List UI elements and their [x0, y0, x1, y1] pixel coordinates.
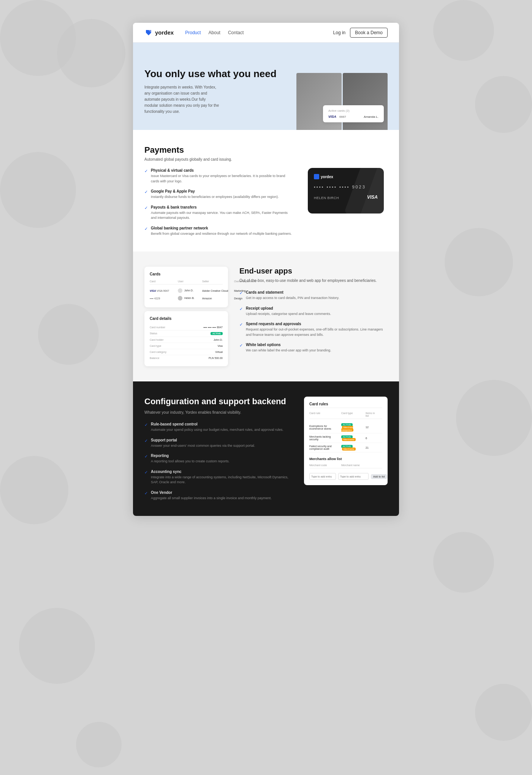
avatar-1: [178, 296, 182, 301]
active-cards-label: Active cards (2): [328, 109, 378, 112]
card-holder-name: HELEN BIRCH: [314, 196, 339, 200]
enduser-right: End-user apps Out-of-the-box, easy-to-us…: [239, 267, 388, 366]
enduser-feature-desc-0: Get in-app access to card details, PIN a…: [246, 296, 339, 301]
card-user-0: John D.: [178, 288, 201, 293]
detail-value-4: Virtual: [215, 351, 223, 353]
card-rules-header: Card rule Card type Items in list: [309, 412, 382, 419]
check-icon-0: ✓: [144, 169, 148, 174]
merchants-allow-section: Merchants allow list Merchant code Merch…: [309, 457, 382, 480]
detail-value-3: Visa: [218, 345, 223, 347]
enduser-section: Cards Card User Seller Owner/department …: [133, 251, 399, 381]
enduser-feature-0: ✓ Cards and statement Get in-app access …: [239, 290, 388, 301]
nav-link-about[interactable]: About: [209, 30, 220, 35]
nav-actions: Log in Book a Demo: [333, 28, 388, 38]
enduser-feature-2: ✓ Spend requests and approvals Request a…: [239, 322, 388, 337]
detail-value-2: John D.: [214, 338, 223, 341]
card-rules-widget: Card rules Card rule Card type Items in …: [304, 397, 388, 485]
detail-label-5: Balance: [150, 357, 159, 359]
cards-table-row-0: VISA VISA 9047 John D. Adobe Creative Cl…: [150, 287, 223, 294]
merchants-input-row: Add to list: [309, 471, 382, 480]
detail-label-4: Card category: [150, 351, 166, 353]
check-icon-e1: ✓: [239, 307, 243, 312]
config-feature-desc-2: A reporting tool allows you to create cu…: [151, 459, 230, 464]
check-icon-c0: ✓: [144, 422, 148, 427]
config-feature-title-2: Reporting: [151, 454, 230, 458]
book-demo-button[interactable]: Book a Demo: [350, 28, 388, 38]
yordex-logo-icon: [144, 28, 153, 37]
card-rule-row-2: Failed security and compliance audit ACT…: [309, 443, 382, 452]
cards-col-2: Seller: [202, 280, 233, 283]
logo[interactable]: yordex: [144, 28, 174, 37]
payments-right: yordex •••• •••• •••• 9023 HELEN BIRCH V…: [304, 145, 388, 236]
nav-link-product[interactable]: Product: [185, 30, 201, 35]
payment-feature-1: ✓ Google Pay & Apple Pay Instantly disbu…: [144, 189, 293, 200]
card-rules-title: Card rules: [309, 402, 382, 406]
merchants-col-1: Merchant name: [341, 464, 372, 467]
detail-label-0: Card number: [150, 326, 165, 329]
rules-col-1: Card type: [341, 412, 364, 417]
enduser-feature-3: ✓ White label options We can white label…: [239, 343, 388, 353]
merchant-code-input[interactable]: [309, 473, 336, 480]
payment-feature-0: ✓ Physical & virtual cards Issue Masterc…: [144, 168, 293, 184]
card-logo-text: yordex: [321, 175, 333, 179]
config-right: Card rules Card rule Card type Items in …: [304, 397, 388, 501]
card-rules-divider: [309, 408, 382, 408]
enduser-feature-title-3: White label options: [246, 343, 331, 347]
detail-value-0: •••• •••• •••• 6647: [203, 326, 223, 329]
rule-name-0: Exemptions for ecommerce stores: [309, 425, 340, 430]
payment-feature-desc-0: Issue Mastercard or Visa cards to your e…: [151, 174, 293, 184]
merchants-allow-header: Merchant code Merchant name: [309, 464, 382, 468]
rules-col-0: Card rule: [309, 412, 340, 417]
enduser-title: End-user apps: [239, 267, 388, 275]
config-feature-desc-1: Answer your end-users' most common queri…: [151, 443, 255, 449]
payments-feature-list: ✓ Physical & virtual cards Issue Masterc…: [144, 168, 293, 236]
detail-row-4: Card category Virtual: [150, 349, 223, 355]
config-feature-title-4: One Vendor: [151, 490, 272, 495]
active-cards-row: VISA 6667 Amanda L.: [328, 115, 378, 119]
detail-label-1: Status: [150, 332, 157, 335]
check-icon-c2: ✓: [144, 454, 148, 459]
add-to-list-button[interactable]: Add to list: [371, 474, 387, 479]
website-container: yordex Product About Contact Log in Book…: [133, 23, 399, 516]
payments-left: Payments Automated global payouts global…: [144, 145, 293, 236]
rules-col-2: Items in list: [366, 412, 377, 417]
payment-feature-3: ✓ Global banking partner network Benefit…: [144, 226, 293, 237]
enduser-feature-title-2: Spend requests and approvals: [246, 322, 388, 326]
payment-feature-title-1: Google Pay & Apple Pay: [151, 189, 279, 193]
hero-title: You only use what you need: [144, 68, 296, 80]
cards-table-row-1: •••• 4229 Helen B. Amazon Design: [150, 294, 223, 302]
cards-col-1: User: [178, 280, 201, 283]
nav-link-contact[interactable]: Contact: [228, 30, 244, 35]
card-rule-row-0: Exemptions for ecommerce stores ACTIVE M…: [309, 421, 382, 433]
rule-name-1: Merchants lacking security: [309, 435, 340, 441]
merchants-col-0: Merchant code: [309, 464, 340, 467]
config-feature-desc-4: Aggregate all small supplier invoices in…: [151, 496, 272, 501]
enduser-feature-desc-1: Upload receipts, categorise spend and le…: [246, 312, 331, 317]
cards-col-0: Card: [150, 280, 176, 283]
config-feature-4: ✓ One Vendor Aggregate all small supplie…: [144, 490, 293, 501]
detail-row-2: Card holder John D.: [150, 337, 223, 343]
rule-items-1: 6: [366, 437, 377, 440]
enduser-feature-desc-3: We can white label the end-user app with…: [246, 348, 331, 353]
avatar-0: [178, 288, 182, 293]
card-seller-0: Adobe Creative Cloud: [202, 289, 233, 292]
merchant-name-input[interactable]: [338, 473, 369, 480]
check-icon-3: ✓: [144, 226, 148, 231]
config-feature-2: ✓ Reporting A reporting tool allows you …: [144, 454, 293, 464]
login-button[interactable]: Log in: [333, 30, 346, 35]
card-user-1: Helen B.: [178, 296, 201, 301]
config-subtitle: Whatever your industry, Yordex enables f…: [144, 410, 293, 415]
config-section: Configuration and support backend Whatev…: [133, 381, 399, 516]
config-feature-title-0: Rule-based spend control: [151, 422, 283, 426]
detail-row-0: Card number •••• •••• •••• 6647: [150, 324, 223, 331]
cards-ui-title: Cards: [150, 272, 223, 276]
config-feature-3: ✓ Accounting sync Integrate into a wide …: [144, 470, 293, 485]
cards-table-header: Card User Seller Owner/department: [150, 280, 223, 285]
card-detail-widget: Card details Card number •••• •••• •••• …: [144, 311, 228, 366]
payment-card-visual: yordex •••• •••• •••• 9023 HELEN BIRCH V…: [308, 168, 384, 214]
payment-feature-desc-2: Automate payouts with our masspay servic…: [151, 210, 293, 221]
config-feature-list: ✓ Rule-based spend control Automate your…: [144, 422, 293, 501]
detail-label-3: Card type: [150, 345, 161, 347]
check-icon-e0: ✓: [239, 291, 243, 296]
enduser-feature-title-1: Receipt upload: [246, 306, 331, 310]
